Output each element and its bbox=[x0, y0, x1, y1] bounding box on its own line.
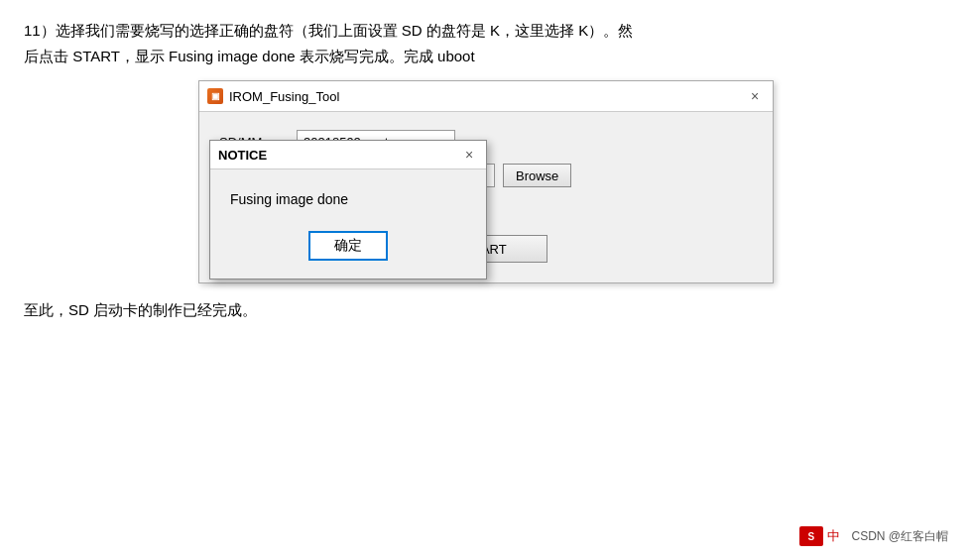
csdn-label: 中 bbox=[827, 527, 840, 545]
notice-message: Fusing image done bbox=[230, 191, 466, 207]
irom-window: ▣ IROM_Fusing_Tool × SD/MM Image fi Brow… bbox=[198, 80, 774, 283]
csdn-logo-icon: S bbox=[799, 526, 823, 546]
csdn-badge: S 中 CSDN @红客白帽 bbox=[799, 526, 948, 546]
header-line2: 后点击 START，显示 Fusing image done 表示烧写完成。完成… bbox=[24, 48, 475, 64]
footer-text: 至此，SD 启动卡的制作已经完成。 bbox=[24, 297, 948, 323]
irom-close-button[interactable]: × bbox=[745, 86, 765, 106]
header-text: 11）选择我们需要烧写的选择正确的盘符（我们上面设置 SD 的盘符是 K，这里选… bbox=[24, 18, 948, 68]
notice-dialog: NOTICE × Fusing image done 确定 bbox=[209, 140, 487, 280]
irom-title-text: IROM_Fusing_Tool bbox=[229, 89, 339, 104]
notice-titlebar: NOTICE × bbox=[210, 141, 486, 169]
irom-title-left: ▣ IROM_Fusing_Tool bbox=[207, 88, 339, 104]
csdn-attribution: CSDN @红客白帽 bbox=[851, 528, 948, 545]
irom-body: SD/MM Image fi Browse The imag to on Dri… bbox=[199, 112, 773, 282]
notice-ok-button[interactable]: 确定 bbox=[308, 231, 388, 261]
notice-title-text: NOTICE bbox=[218, 148, 267, 163]
header-line1: 11）选择我们需要烧写的选择正确的盘符（我们上面设置 SD 的盘符是 K，这里选… bbox=[24, 22, 633, 39]
notice-body: Fusing image done 确定 bbox=[210, 169, 486, 279]
irom-app-icon: ▣ bbox=[207, 88, 223, 104]
notice-close-button[interactable]: × bbox=[460, 146, 478, 164]
browse-button[interactable]: Browse bbox=[503, 164, 571, 187]
irom-titlebar: ▣ IROM_Fusing_Tool × bbox=[199, 81, 773, 112]
